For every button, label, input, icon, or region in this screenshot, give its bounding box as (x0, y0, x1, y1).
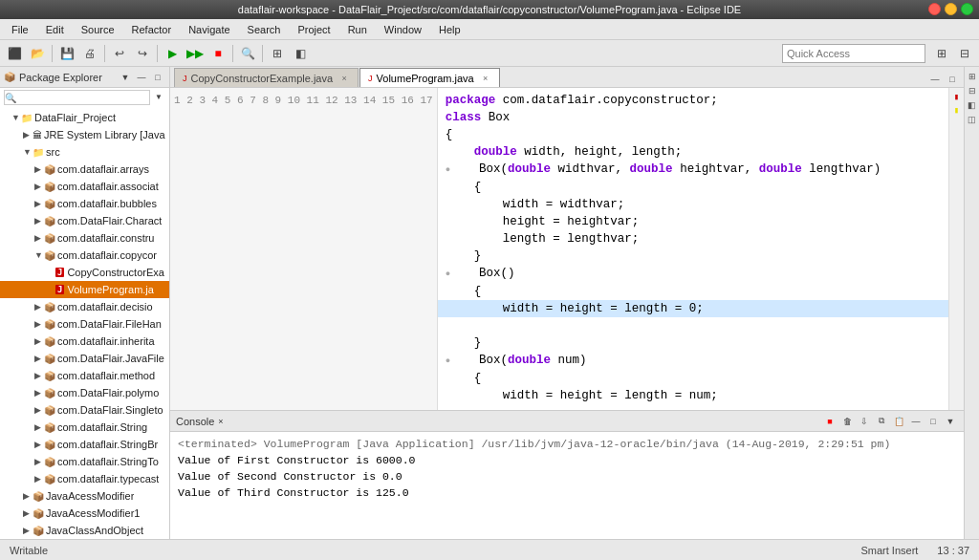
gutter-overview-icon[interactable]: ▮ (954, 92, 959, 102)
console-scroll-btn[interactable]: ⇩ (857, 414, 872, 429)
console-copy-btn[interactable]: ⧉ (874, 414, 889, 429)
sidebar-tree-item-14[interactable]: ▶📦com.DataFlair.JavaFile (0, 350, 169, 367)
sidebar-tree-item-5[interactable]: ▶📦com.dataflair.bubbles (0, 195, 169, 212)
sidebar-tree-item-24[interactable]: ▶📦JavaClassAndObject (0, 522, 169, 539)
code-content[interactable]: package com.dataflair.copyconstructor; c… (438, 88, 948, 410)
tree-arrow-24: ▶ (23, 526, 33, 535)
sidebar-tree-item-22[interactable]: ▶📦JavaAcessModifier (0, 487, 169, 505)
sidebar-filter-input[interactable] (4, 90, 150, 105)
toolbar-btn-perspective[interactable]: ⊞ (267, 43, 288, 64)
sidebar-tree-item-15[interactable]: ▶📦com.dataflair.method (0, 367, 169, 384)
toolbar-sep-5 (262, 45, 263, 62)
toolbar-btn-save[interactable]: 💾 (56, 43, 77, 64)
editor-maximize-btn[interactable]: □ (945, 72, 960, 87)
sidebar-tree-item-6[interactable]: ▶📦com.DataFlair.Charact (0, 212, 169, 229)
toolbar-btn-search[interactable]: 🔍 (237, 43, 258, 64)
side-btn-3[interactable]: ◧ (967, 99, 977, 111)
sidebar-tree-item-8[interactable]: ▼📦com.dataflair.copycor (0, 247, 169, 264)
sidebar-filter-btn[interactable]: ▼ (152, 90, 165, 103)
console-tab-close-icon[interactable]: × (218, 417, 223, 426)
tree-arrow-12: ▶ (34, 319, 44, 329)
console-clear-btn[interactable]: 🗑 (839, 414, 855, 429)
tree-label-14: com.DataFlair.JavaFile (57, 353, 164, 364)
sidebar-tree-item-1[interactable]: ▶🏛JRE System Library [Java (0, 126, 169, 143)
tree-icon-6: 📦 (44, 216, 55, 226)
tab-close-volume[interactable]: × (480, 73, 491, 84)
close-button[interactable] (928, 3, 941, 15)
sidebar-tree-item-12[interactable]: ▶📦com.DataFlair.FileHan (0, 315, 169, 333)
tree-icon-23: 📦 (33, 508, 44, 519)
toolbar-sep-1 (52, 45, 53, 62)
sidebar-tree-item-10[interactable]: JVolumeProgram.ja (0, 281, 169, 298)
side-btn-2[interactable]: ⊟ (968, 85, 977, 97)
console-paste-btn[interactable]: 📋 (891, 414, 906, 429)
sidebar-toolbar: ▼ — □ (118, 70, 165, 85)
sidebar-maximize-btn[interactable]: □ (150, 70, 165, 85)
sidebar-tree-item-19[interactable]: ▶📦com.dataflair.StringBr (0, 436, 169, 453)
sidebar-tree-item-13[interactable]: ▶📦com.dataflair.inherita (0, 333, 169, 350)
console-viewmenu-btn[interactable]: ▼ (943, 414, 958, 429)
menu-source[interactable]: Source (74, 22, 122, 37)
menu-file[interactable]: File (4, 22, 36, 37)
tab-icon-copy: J (183, 74, 187, 83)
console-content: <terminated> VolumeProgram [Java Applica… (170, 432, 964, 539)
menu-refactor[interactable]: Refactor (124, 22, 180, 37)
tree-icon-16: 📦 (44, 388, 55, 398)
toolbar-btn-extra1[interactable]: ⊞ (931, 43, 952, 64)
console-minimize-btn[interactable]: — (908, 414, 924, 429)
sidebar-minimize-btn[interactable]: — (134, 70, 149, 85)
toolbar-btn-open[interactable]: 📂 (27, 43, 48, 64)
sidebar-tree-item-11[interactable]: ▶📦com.dataflair.decisio (0, 298, 169, 315)
sidebar-tree-item-2[interactable]: ▼📁src (0, 143, 169, 161)
toolbar-btn-views[interactable]: ◧ (290, 43, 311, 64)
menu-project[interactable]: Project (290, 22, 337, 37)
sidebar-tree-item-7[interactable]: ▶📦com.dataflair.constru (0, 229, 169, 247)
editor-minimize-btn[interactable]: — (927, 72, 943, 87)
console-maximize-btn[interactable]: □ (925, 414, 941, 429)
sidebar-collapse-btn[interactable]: ▼ (118, 70, 133, 85)
tab-volume-program[interactable]: J VolumeProgram.java × (359, 68, 500, 87)
menu-search[interactable]: Search (240, 22, 289, 37)
sidebar-tree-item-9[interactable]: JCopyConstructorExa (0, 264, 169, 281)
quick-access-input[interactable] (782, 44, 925, 63)
sidebar-tree-item-17[interactable]: ▶📦com.DataFlair.Singleto (0, 401, 169, 419)
console-output-line-2: Value of Second Constructor is 0.0 (178, 468, 956, 485)
menu-navigate[interactable]: Navigate (181, 22, 237, 37)
minimize-button[interactable] (945, 3, 957, 15)
tree-arrow-19: ▶ (34, 440, 44, 449)
tree-icon-3: 📦 (44, 164, 55, 175)
gutter-warning-icon[interactable]: ▮ (954, 105, 959, 116)
toolbar-btn-new[interactable]: ⬛ (4, 43, 25, 64)
menu-edit[interactable]: Edit (38, 22, 72, 37)
right-gutter: ▮ ▮ (948, 88, 964, 410)
sidebar-tree-item-21[interactable]: ▶📦com.dataflair.typecast (0, 470, 169, 487)
tree-icon-17: 📦 (44, 405, 55, 416)
sidebar-tree-item-20[interactable]: ▶📦com.dataflair.StringTo (0, 453, 169, 470)
toolbar-btn-undo[interactable]: ↩ (109, 43, 130, 64)
toolbar-btn-stop[interactable]: ■ (207, 43, 228, 64)
toolbar-btn-run[interactable]: ▶▶ (185, 43, 206, 64)
toolbar-btn-redo[interactable]: ↪ (132, 43, 153, 64)
menu-window[interactable]: Window (377, 22, 429, 37)
console-stop-btn[interactable]: ■ (822, 414, 838, 429)
side-btn-4[interactable]: ◫ (967, 114, 977, 125)
tab-copy-constructor-example[interactable]: J CopyConstructorExample.java × (174, 68, 359, 87)
tree-arrow-14: ▶ (34, 354, 44, 363)
maximize-button[interactable] (961, 3, 973, 15)
editor-tabs: J CopyConstructorExample.java × J Volume… (170, 67, 964, 88)
menu-run[interactable]: Run (340, 22, 375, 37)
toolbar-btn-debug[interactable]: ▶ (162, 43, 183, 64)
sidebar-tree-item-16[interactable]: ▶📦com.DataFlair.polymo (0, 384, 169, 401)
toolbar-btn-print[interactable]: 🖨 (79, 43, 100, 64)
menu-help[interactable]: Help (431, 22, 468, 37)
sidebar-tree-item-0[interactable]: ▼📁DataFlair_Project (0, 109, 169, 126)
tree-arrow-1: ▶ (23, 130, 33, 140)
tree-icon-2: 📁 (33, 147, 44, 158)
sidebar-tree-item-3[interactable]: ▶📦com.dataflair.arrays (0, 161, 169, 178)
sidebar-tree-item-18[interactable]: ▶📦com.dataflair.String (0, 419, 169, 436)
sidebar-tree-item-23[interactable]: ▶📦JavaAcessModifier1 (0, 505, 169, 522)
side-btn-1[interactable]: ⊞ (968, 71, 977, 82)
tab-close-copy[interactable]: × (338, 73, 350, 84)
sidebar-tree-item-4[interactable]: ▶📦com.dataflair.associat (0, 178, 169, 195)
toolbar-btn-extra2[interactable]: ⊟ (954, 43, 975, 64)
